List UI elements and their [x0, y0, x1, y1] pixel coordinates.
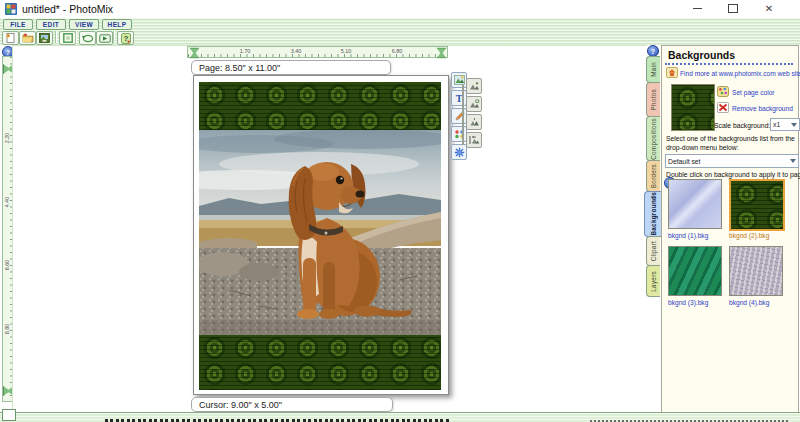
tab-main[interactable]: Main	[646, 56, 660, 83]
toolbar-separator	[55, 31, 57, 43]
document-page[interactable]	[193, 75, 449, 395]
scale-background-label: Scale background:	[714, 121, 770, 130]
close-icon: ✕	[765, 4, 773, 14]
photo-layout-option-3[interactable]	[466, 114, 482, 130]
photo-layout-icon	[469, 81, 480, 91]
page-frame-icon	[63, 33, 73, 43]
apply-hint: Double click on background to apply it t…	[666, 170, 800, 179]
refresh-button[interactable]	[79, 31, 96, 45]
find-more-link[interactable]: Find more at www.photomix.com web site	[680, 70, 800, 77]
remove-background-link[interactable]: Remove background	[732, 105, 793, 112]
panel-tab-strip: ? Main Photos Compositions Borders Backg…	[646, 45, 661, 412]
tab-photos[interactable]: Photos	[646, 82, 660, 117]
tab-borders[interactable]: Borders	[646, 160, 660, 192]
preview-icon	[99, 34, 111, 43]
menu-help[interactable]: HELP	[102, 19, 132, 30]
remove-background-icon[interactable]	[717, 102, 729, 113]
page-background-bottom	[199, 335, 441, 390]
flyout-connector	[462, 85, 464, 145]
photo-layout-option-4[interactable]	[466, 132, 482, 148]
open-folder-icon	[22, 33, 34, 43]
app-icon	[5, 3, 17, 15]
ruler-margin-handle[interactable]	[437, 48, 447, 59]
photo-layout-icon	[469, 135, 480, 145]
maximize-icon	[728, 4, 738, 13]
window-title: untitled* - PhotoMix	[22, 3, 113, 15]
effects-tool[interactable]	[451, 144, 467, 160]
minimize-icon	[693, 8, 702, 9]
ruler-margin-handle[interactable]	[190, 48, 200, 59]
scale-background-select[interactable]: x1	[770, 118, 800, 131]
photomix-window: untitled* - PhotoMix ✕ FILE EDIT VIEW HE…	[0, 0, 800, 422]
preview-button[interactable]	[96, 31, 113, 45]
page-color-icon[interactable]	[717, 86, 729, 97]
main-area: ? 2.20 4.40 6.60 8.80 1.70 3.40 5.10 6.8…	[0, 45, 800, 412]
thumbnail-label: bkgnd (2).bkg	[729, 232, 769, 239]
status-bar	[0, 412, 800, 422]
horizontal-ruler: 1.70 3.40 5.10 6.80	[187, 46, 448, 58]
tab-backgrounds[interactable]: Backgrounds	[644, 191, 661, 237]
effects-icon	[454, 147, 465, 158]
page-size-label: Page: 8.50" x 11.00"	[191, 60, 391, 75]
menu-file[interactable]: FILE	[3, 19, 33, 30]
maximize-button[interactable]	[716, 0, 750, 17]
thumbnail-label: bkgnd (4).bkg	[729, 299, 769, 306]
menu-view[interactable]: VIEW	[69, 19, 99, 30]
cursor-position-label: Cursor: 9.00" x 5.00"	[191, 397, 393, 412]
menu-edit[interactable]: EDIT	[36, 19, 66, 30]
photo-layout-icon	[469, 99, 480, 109]
page-frame-button[interactable]	[59, 31, 76, 45]
background-thumbnail-3[interactable]	[668, 246, 722, 296]
select-instruction: Select one of the backgrounds list from …	[666, 134, 795, 152]
insert-photo-icon	[454, 75, 465, 85]
draw-tool[interactable]	[451, 108, 467, 124]
toolbar-separator	[75, 31, 77, 43]
insert-text-tool[interactable]: T	[451, 90, 467, 106]
new-document-button[interactable]	[2, 31, 19, 45]
chevron-down-icon	[791, 123, 797, 130]
set-page-color-link[interactable]: Set page color	[732, 89, 775, 96]
home-icon	[666, 67, 678, 78]
save-composition-button[interactable]	[36, 31, 53, 45]
panel-divider	[665, 63, 793, 65]
insert-photo-tool[interactable]	[451, 72, 467, 88]
new-document-icon	[5, 33, 16, 43]
thumbnail-label: bkgnd (3).bkg	[668, 299, 708, 306]
panel-title: Backgrounds	[668, 49, 735, 61]
title-bar[interactable]: untitled* - PhotoMix ✕	[0, 0, 800, 19]
minimize-button[interactable]	[680, 0, 714, 17]
tab-layers[interactable]: Layers	[646, 265, 660, 297]
help-icon: ?	[121, 33, 131, 44]
background-preview	[671, 84, 715, 131]
thumbnail-label: bkgnd (1).bkg	[668, 232, 708, 239]
color-tool[interactable]	[451, 126, 467, 142]
refresh-icon	[82, 34, 94, 43]
help-button[interactable]: ?	[117, 31, 134, 45]
chevron-down-icon	[790, 159, 796, 166]
photo-layout-option-2[interactable]	[466, 96, 482, 112]
background-thumbnail-1[interactable]	[668, 179, 722, 229]
page-background-top	[199, 82, 441, 130]
background-thumbnail-4[interactable]	[729, 246, 783, 296]
tab-clipart[interactable]: Clipart	[646, 236, 660, 266]
open-folder-button[interactable]	[19, 31, 36, 45]
editor-canvas[interactable]: 1.70 3.40 5.10 6.80 Page: 8.50" x 11.00"	[12, 45, 647, 413]
save-composition-icon	[39, 33, 50, 43]
status-corner-button[interactable]	[2, 409, 16, 421]
toolbar: ?	[0, 30, 800, 46]
dog-photo[interactable]	[199, 130, 441, 335]
toolbar-separator	[113, 31, 115, 43]
backgrounds-panel: Backgrounds Find more at www.photomix.co…	[661, 45, 799, 414]
close-button[interactable]: ✕	[752, 0, 786, 17]
tab-compositions[interactable]: Compositions	[646, 116, 660, 161]
photo-layout-icon	[469, 117, 480, 127]
background-set-select[interactable]: Default set	[665, 154, 799, 168]
background-thumbnail-2[interactable]	[729, 179, 785, 231]
photo-layout-option-1[interactable]	[466, 78, 482, 94]
